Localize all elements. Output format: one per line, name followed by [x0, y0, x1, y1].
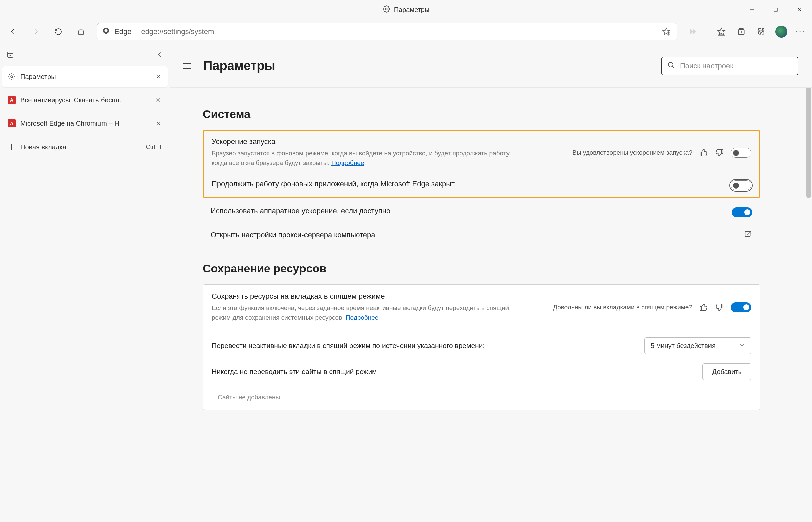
settings-search-input[interactable]	[680, 62, 792, 71]
site-favicon: А	[8, 120, 16, 127]
external-link-icon	[744, 230, 752, 240]
nav-back-button[interactable]	[6, 25, 20, 38]
nav-forward-button[interactable]	[29, 25, 42, 38]
svg-point-25	[669, 62, 673, 67]
tab-label: Microsoft Edge на Chromium – Н	[20, 120, 150, 127]
gear-icon	[8, 73, 16, 81]
forward-arrow-icon[interactable]	[687, 26, 699, 38]
svg-rect-2	[774, 8, 777, 11]
address-bar-url: edge://settings/system	[141, 27, 214, 36]
address-bar-separator	[136, 27, 136, 36]
favorite-star-icon[interactable]	[660, 26, 672, 38]
toggle-background-apps[interactable]	[731, 180, 751, 190]
svg-rect-27	[745, 231, 750, 236]
setting-description: Если эта функция включена, через заданно…	[212, 303, 512, 322]
more-menu-button[interactable]: ···	[795, 26, 806, 37]
browser-toolbar: Edge edge://settings/system ···	[0, 19, 812, 44]
collapse-tabs-icon[interactable]	[154, 49, 165, 61]
gear-icon	[383, 5, 390, 14]
settings-page-title: Параметры	[203, 59, 661, 73]
setting-title: Никогда не переводить эти сайты в спящий…	[212, 368, 696, 376]
feedback-question: Довольны ли вы вкладками в спящем режиме…	[553, 304, 692, 311]
setting-title: Сохранять ресурсы на вкладках в спящем р…	[212, 292, 547, 301]
settings-menu-button[interactable]	[183, 59, 197, 73]
setting-title: Перевести неактивные вкладки в спящий ре…	[212, 342, 638, 350]
tab-item-settings[interactable]: Параметры	[2, 66, 167, 87]
setting-hardware-acceleration: Использовать аппаратное ускорение, если …	[203, 201, 760, 224]
svg-point-16	[11, 76, 13, 78]
site-favicon: А	[8, 96, 16, 104]
setting-description: Браузер запустится в фоновом режиме, ког…	[212, 148, 512, 167]
select-value: 5 минут бездействия	[651, 342, 715, 350]
tab-actions-icon[interactable]	[4, 49, 16, 61]
thumbs-up-button[interactable]	[698, 302, 709, 313]
window-minimize-button[interactable]	[739, 0, 764, 19]
tab-close-button[interactable]	[154, 120, 162, 127]
address-bar-appname: Edge	[114, 27, 131, 36]
new-tab-label: Новая вкладка	[20, 143, 141, 151]
tab-label: Параметры	[20, 73, 150, 81]
learn-more-link[interactable]: Подробнее	[331, 159, 364, 166]
toggle-hardware-acceleration[interactable]	[732, 207, 752, 217]
search-icon	[668, 61, 675, 71]
window-close-button[interactable]	[788, 0, 812, 19]
section-heading-resources: Сохранение ресурсов	[203, 262, 760, 275]
extensions-icon[interactable]	[755, 26, 767, 38]
svg-point-0	[385, 8, 387, 10]
sleep-timeout-select[interactable]: 5 минут бездействия	[645, 337, 751, 354]
tab-label: Все антивирусы. Скачать беспл.	[20, 97, 150, 104]
tab-item-edge-chromium[interactable]: А Microsoft Edge на Chromium – Н	[2, 113, 167, 134]
new-tab-button[interactable]: Новая вкладка Ctrl+T	[2, 137, 167, 157]
nav-home-button[interactable]	[75, 25, 88, 38]
setting-title: Продолжить работу фоновых приложений, ко…	[212, 180, 725, 188]
setting-proxy-link[interactable]: Открыть настройки прокси-сервера компьют…	[203, 224, 760, 246]
setting-sleeping-tabs: Сохранять ресурсы на вкладках в спящем р…	[203, 285, 760, 330]
toggle-sleeping-tabs[interactable]	[731, 302, 751, 313]
learn-more-link[interactable]: Подробнее	[345, 314, 379, 321]
setting-never-sleep-sites: Никогда не переводить эти сайты в спящий…	[203, 361, 760, 387]
collections-icon[interactable]	[735, 26, 747, 38]
setting-startup-boost: Ускорение запуска Браузер запустится в ф…	[204, 131, 759, 174]
window-title: Параметры	[394, 6, 430, 14]
new-tab-shortcut: Ctrl+T	[146, 143, 163, 150]
settings-search-box[interactable]	[661, 57, 798, 76]
setting-title: Использовать аппаратное ускорение, если …	[211, 207, 726, 215]
svg-line-26	[672, 66, 674, 68]
thumbs-up-button[interactable]	[698, 147, 709, 158]
setting-title: Ускорение запуска	[212, 137, 566, 146]
profile-avatar[interactable]	[775, 26, 787, 38]
setting-sleep-timeout: Перевести неактивные вкладки в спящий ре…	[203, 330, 760, 361]
window-maximize-button[interactable]	[764, 0, 788, 19]
resources-card: Сохранять ресурсы на вкладках в спящем р…	[203, 284, 760, 410]
toolbar-separator	[707, 27, 707, 37]
address-bar[interactable]: Edge edge://settings/system	[97, 23, 677, 40]
highlighted-settings-group: Ускорение запуска Браузер запустится в ф…	[203, 130, 760, 198]
chevron-down-icon	[739, 342, 745, 350]
section-heading-system: Система	[203, 108, 760, 121]
favorites-icon[interactable]	[715, 26, 727, 38]
edge-logo-icon	[102, 27, 110, 36]
toggle-startup-boost[interactable]	[731, 147, 751, 158]
plus-icon	[8, 143, 16, 151]
tab-close-button[interactable]	[154, 73, 162, 81]
add-site-button[interactable]: Добавить	[702, 363, 751, 380]
tab-close-button[interactable]	[154, 96, 162, 104]
svg-rect-15	[8, 52, 13, 57]
setting-title: Открыть настройки прокси-сервера компьют…	[211, 230, 744, 239]
thumbs-down-button[interactable]	[714, 302, 725, 313]
nav-refresh-button[interactable]	[52, 25, 65, 38]
svg-point-6	[104, 29, 107, 32]
setting-background-apps: Продолжить работу фоновых приложений, ко…	[204, 174, 759, 197]
thumbs-down-button[interactable]	[714, 147, 725, 158]
empty-sites-message: Сайты не добавлены	[203, 387, 760, 409]
settings-content: Параметры Система Ускорение запуска	[170, 44, 812, 522]
vertical-tabs-sidebar: Параметры А Все антивирусы. Скачать бесп…	[0, 44, 170, 522]
feedback-question: Вы удовлетворены ускорением запуска?	[572, 149, 692, 156]
window-titlebar: Параметры	[0, 0, 812, 19]
tab-item-antivirus[interactable]: А Все антивирусы. Скачать беспл.	[2, 90, 167, 111]
